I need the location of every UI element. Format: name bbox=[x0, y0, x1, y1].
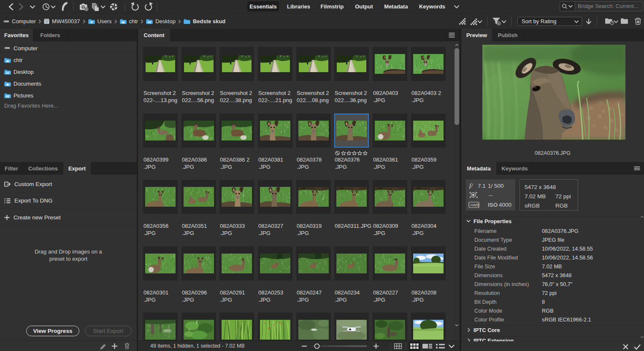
svg-text:4000: 4000 bbox=[499, 202, 511, 208]
svg-text:7.1: 7.1 bbox=[478, 183, 486, 189]
svg-text:--: -- bbox=[489, 192, 492, 198]
svg-text:AWB: AWB bbox=[470, 202, 479, 207]
svg-text:1/ 500: 1/ 500 bbox=[488, 183, 504, 189]
svg-text:f/: f/ bbox=[469, 182, 474, 189]
svg-text:ISO: ISO bbox=[488, 202, 498, 208]
